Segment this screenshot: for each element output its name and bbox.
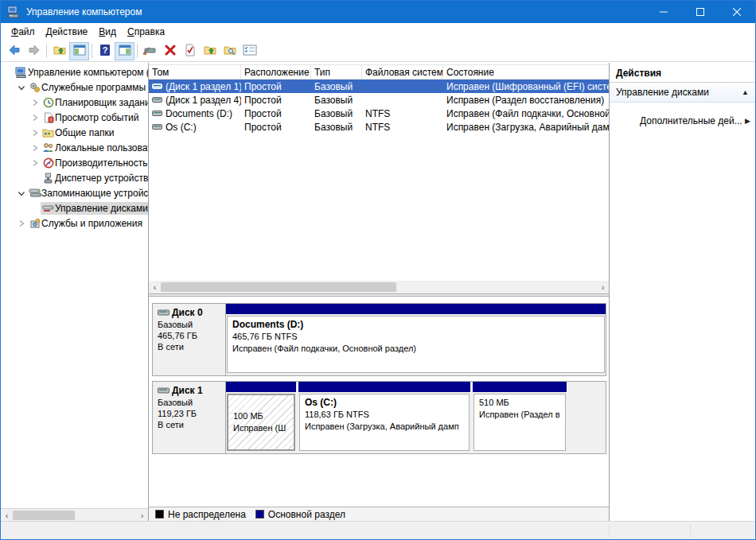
folder-up-button[interactable] (49, 42, 69, 60)
properties-doc-button[interactable] (180, 42, 200, 60)
remote-device-icon (143, 44, 158, 59)
toolbar-separator (92, 44, 92, 58)
help-button[interactable]: ? (95, 42, 115, 60)
chevron-collapsed-icon[interactable] (29, 99, 41, 107)
main-area: Управление компьютером (лСлужебные прогр… (1, 63, 755, 521)
tools-icon (28, 82, 41, 93)
disk-header-0[interactable]: Диск 0Базовый465,76 ГБВ сети (153, 304, 226, 375)
volumes-horizontal-scrollbar[interactable]: ‹ › (149, 281, 609, 293)
minimize-button[interactable] (645, 1, 682, 23)
folder-export-button[interactable] (200, 42, 220, 60)
performance-icon (41, 157, 55, 169)
menu-item-0[interactable]: Файл (6, 25, 41, 39)
toolbar: ? (1, 41, 755, 62)
chevron-collapsed-icon[interactable] (29, 129, 41, 137)
menu-item-2[interactable]: Вид (93, 25, 122, 39)
volume-row-1[interactable]: (Диск 1 раздел 4)ПростойБазовыйИсправен … (149, 93, 609, 107)
volumes-table-body: (Диск 1 раздел 1)ПростойБазовыйИсправен … (149, 80, 609, 134)
tree-item-label: Диспетчер устройств (55, 173, 148, 184)
column-header-3[interactable]: Файловая система (362, 65, 443, 79)
disk-header-1[interactable]: Диск 1Базовый119,23 ГБВ сети (153, 382, 226, 453)
partition-info: 510 МБИсправен (Раздел в (473, 394, 566, 451)
partition-size: 465,76 ГБ NTFS (232, 331, 599, 343)
tree-item-content: Планировщик заданий (41, 96, 148, 109)
actions-section-disk-management[interactable]: Управление дисками ▲ (610, 83, 755, 103)
chevron-collapsed-icon[interactable] (29, 144, 41, 152)
maximize-button[interactable] (682, 1, 719, 23)
action-pane-toggle-button[interactable] (115, 42, 134, 60)
delete-icon (165, 45, 176, 58)
chevron-expanded-icon[interactable] (16, 84, 27, 91)
disk-size: 465,76 ГБ (158, 330, 224, 341)
legend-item-0: Не распределена (155, 509, 246, 520)
more-actions-item[interactable]: Дополнительные дей... ▶ (610, 112, 755, 130)
tree-item-1[interactable]: Служебные программы (1, 80, 148, 95)
toolbar-separator (46, 44, 47, 58)
settings-list-button[interactable] (240, 42, 259, 60)
disk-partitions-1: 100 МБИсправен (ШOs (C:)118,63 ГБ NTFSИс… (226, 382, 606, 453)
column-header-1[interactable]: Расположение (241, 65, 311, 79)
tree-item-4[interactable]: Общие папки (1, 125, 148, 140)
scroll-left-arrow[interactable]: ‹ (149, 282, 161, 293)
column-header-2[interactable]: Тип (311, 65, 362, 79)
partition-0-0[interactable]: Documents (D:)465,76 ГБ NTFSИсправен (Фа… (226, 304, 606, 375)
volume-row-2[interactable]: Documents (D:)ПростойБазовыйNTFSИсправен… (149, 107, 609, 120)
volume-icon (152, 108, 162, 119)
column-header-4[interactable]: Состояние (443, 65, 609, 79)
chevron-expanded-icon[interactable] (16, 189, 27, 197)
partition-size: 118,63 ГБ NTFS (305, 409, 464, 421)
forward-arrow-button[interactable] (24, 42, 44, 60)
tree-item-label: Планировщик заданий (55, 97, 148, 108)
scroll-thumb[interactable] (161, 282, 396, 292)
volume-label: (Диск 1 раздел 4) (166, 95, 241, 106)
tree-item-9[interactable]: Управление дисками (1, 200, 148, 216)
tree-item-5[interactable]: Локальные пользовате (1, 140, 148, 155)
chevron-collapsed-icon[interactable] (16, 219, 27, 227)
partition-size: 100 МБ (233, 410, 289, 422)
help-icon: ? (99, 44, 111, 59)
chevron-collapsed-icon[interactable] (29, 159, 41, 167)
volume-cell: Исправен (Загрузка, Аварийный дам (443, 122, 609, 133)
close-button[interactable] (719, 1, 755, 23)
pane-splitter[interactable] (149, 293, 609, 297)
delete-button[interactable] (160, 42, 180, 60)
tree-item-8[interactable]: Запоминающие устройст (1, 185, 148, 200)
column-header-0[interactable]: Том (149, 65, 241, 79)
volume-row-0[interactable]: (Диск 1 раздел 1)ПростойБазовыйИсправен … (149, 80, 609, 93)
partition-status: Исправен (Загрузка, Аварийный дамп (305, 421, 464, 433)
tree-item-3[interactable]: !Просмотр событий (1, 110, 148, 125)
tree-item-6[interactable]: Производительность (1, 155, 148, 170)
partition-1-2[interactable]: 510 МБИсправен (Раздел в (473, 382, 567, 453)
toolbar-separator (137, 44, 138, 58)
partition-color-bar (226, 382, 296, 392)
tree-item-content: Диспетчер устройств (41, 172, 148, 185)
tree-item-content: Управление дисками (41, 202, 148, 215)
console-tree-toggle-button[interactable] (69, 42, 89, 60)
menu-item-1[interactable]: Действие (41, 25, 94, 39)
scroll-left-arrow[interactable]: ‹ (1, 510, 13, 521)
partition-1-1[interactable]: Os (C:)118,63 ГБ NTFSИсправен (Загрузка,… (298, 382, 470, 453)
collapse-caret-icon[interactable]: ▲ (742, 88, 749, 96)
scroll-thumb[interactable] (13, 511, 75, 520)
volume-row-3[interactable]: Os (C:)ПростойБазовыйNTFSИсправен (Загру… (149, 120, 609, 134)
tree-item-10[interactable]: Службы и приложения (1, 216, 148, 231)
disk-name-label: Диск 1 (172, 385, 203, 396)
scroll-right-arrow[interactable]: › (136, 510, 148, 521)
tree-item-0[interactable]: Управление компьютером (л (1, 64, 148, 80)
tree-horizontal-scrollbar[interactable]: ‹ › (1, 508, 148, 521)
more-actions-label: Дополнительные дей... (640, 115, 742, 126)
folder-find-button[interactable] (220, 42, 240, 60)
disk-size: 119,23 ГБ (158, 408, 224, 419)
back-arrow-button[interactable] (4, 42, 24, 60)
scroll-right-arrow[interactable]: › (597, 282, 609, 293)
tree-item-label: Локальные пользовате (55, 142, 148, 153)
tree-item-2[interactable]: Планировщик заданий (1, 95, 148, 110)
tree-item-7[interactable]: Диспетчер устройств (1, 170, 148, 185)
menu-item-3[interactable]: Справка (122, 25, 170, 39)
chevron-collapsed-icon[interactable] (29, 114, 41, 122)
tree-item-label: Производительность (55, 157, 147, 169)
remote-device-button[interactable] (140, 42, 160, 60)
device-manager-icon (41, 173, 55, 184)
partition-size: 510 МБ (479, 397, 560, 409)
partition-1-0[interactable]: 100 МБИсправен (Ш (226, 382, 296, 453)
